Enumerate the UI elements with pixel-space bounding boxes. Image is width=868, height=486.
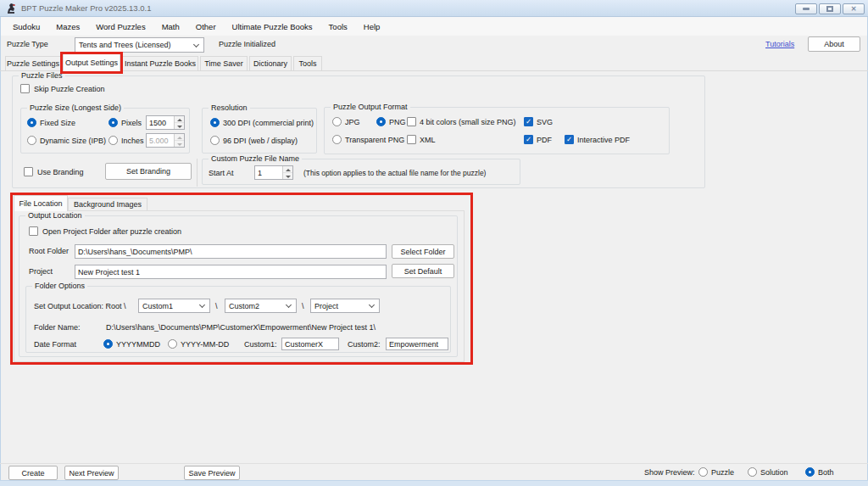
inches-radio[interactable] [108, 136, 118, 145]
fixed-size-radio[interactable] [27, 118, 36, 127]
chevron-down-icon [369, 302, 375, 308]
pixels-spinner[interactable] [174, 116, 184, 129]
date-format-yyyy-mm-dd-radio[interactable] [168, 339, 177, 349]
tab-output-settings[interactable]: Output Settings [63, 53, 120, 71]
jpg-label[interactable]: JPG [345, 118, 360, 126]
svg-label[interactable]: SVG [537, 118, 553, 126]
dpi-300-radio[interactable] [210, 118, 220, 127]
dynamic-size-label[interactable]: Dynamic Size (IPB) [40, 137, 106, 145]
preview-solution-radio[interactable] [748, 467, 757, 477]
spin-up-icon[interactable] [283, 166, 292, 173]
transparent-png-radio[interactable] [332, 135, 342, 144]
skip-puzzle-creation-label[interactable]: Skip Puzzle Creation [34, 85, 105, 93]
jpg-radio[interactable] [332, 117, 342, 126]
custom2-input[interactable] [386, 338, 448, 350]
preview-puzzle-radio[interactable] [698, 467, 708, 477]
custom1-folder-select[interactable]: Custom1 [138, 299, 210, 313]
date-format-yyyy-mm-dd-label[interactable]: YYYY-MM-DD [181, 340, 229, 349]
tab-dictionary[interactable]: Dictionary [249, 56, 292, 71]
close-button[interactable]: ✕ [843, 3, 865, 14]
menu-mazes[interactable]: Mazes [56, 22, 80, 31]
project-folder-select[interactable]: Project [310, 299, 380, 313]
tab-instant-puzzle-books[interactable]: Instant Puzzle Books [122, 56, 198, 71]
preview-both-radio[interactable] [805, 467, 815, 477]
dpi-96-radio[interactable] [210, 136, 220, 145]
dynamic-size-radio[interactable] [27, 136, 36, 145]
four-bit-checkbox[interactable] [407, 117, 416, 126]
four-bit-label[interactable]: 4 bit colors (small size PNG) [420, 118, 516, 126]
menu-word-puzzles[interactable]: Word Puzzles [96, 22, 145, 31]
puzzle-type-select[interactable]: Tents and Trees (Licensed) [75, 37, 204, 53]
skip-puzzle-creation-checkbox[interactable] [20, 84, 30, 93]
pixels-label[interactable]: Pixels [121, 119, 142, 127]
start-at-input[interactable] [255, 166, 282, 179]
tutorials-link[interactable]: Tutorials [765, 40, 794, 48]
use-branding-checkbox[interactable] [24, 167, 33, 176]
project-input[interactable] [75, 265, 387, 279]
pixels-value-input[interactable] [147, 116, 174, 129]
menu-sudoku[interactable]: Sudoku [13, 22, 40, 31]
start-at-stepper[interactable] [254, 165, 293, 180]
pdf-checkbox[interactable] [524, 135, 533, 144]
show-preview-label: Show Preview: [644, 468, 695, 477]
output-format-label: Puzzle Output Format [331, 103, 410, 111]
preview-both-label[interactable]: Both [818, 468, 834, 477]
resolution-label: Resolution [209, 103, 250, 112]
use-branding-label[interactable]: Use Branding [37, 168, 84, 176]
title-bar: BPT Puzzle Maker Pro v2025.13.0.1 ✕ [0, 0, 868, 17]
set-default-button[interactable]: Set Default [392, 264, 454, 278]
custom2-folder-select[interactable]: Custom2 [225, 299, 297, 313]
spin-down-icon[interactable] [283, 173, 292, 179]
menu-tools[interactable]: Tools [329, 22, 348, 31]
tab-puzzle-settings[interactable]: Puzzle Settings [5, 56, 61, 71]
about-button[interactable]: About [808, 36, 860, 52]
tab-time-saver[interactable]: Time Saver [200, 56, 248, 71]
menu-math[interactable]: Math [162, 22, 180, 31]
maximize-button[interactable] [819, 3, 841, 14]
custom-file-name-label: Custom Puzzle File Name [209, 154, 302, 163]
menu-bar: Sudoku Mazes Word Puzzles Math Other Ult… [1, 17, 867, 36]
tab-background-images[interactable]: Background Images [68, 198, 147, 211]
create-button[interactable]: Create [8, 466, 58, 480]
interactive-pdf-checkbox[interactable] [565, 135, 574, 144]
svg-checkbox[interactable] [524, 117, 533, 126]
interactive-pdf-label[interactable]: Interactive PDF [577, 136, 630, 144]
dpi-300-label[interactable]: 300 DPI (commercial print) [223, 119, 314, 127]
minimize-button[interactable] [795, 3, 817, 14]
project-label: Project [29, 267, 53, 276]
status-text: Puzzle Initialized [219, 40, 275, 48]
preview-puzzle-label[interactable]: Puzzle [711, 468, 734, 477]
xml-label[interactable]: XML [420, 136, 436, 144]
select-folder-button[interactable]: Select Folder [392, 244, 454, 259]
png-radio[interactable] [376, 117, 386, 126]
custom1-input[interactable] [281, 338, 339, 350]
png-label[interactable]: PNG [389, 118, 406, 126]
set-branding-button[interactable]: Set Branding [105, 163, 192, 180]
date-format-yyyymmdd-label[interactable]: YYYYMMDD [116, 340, 160, 349]
spin-down-icon [175, 141, 184, 147]
dpi-96-label[interactable]: 96 DPI (web / display) [223, 137, 298, 145]
spin-down-icon[interactable] [175, 123, 184, 129]
tab-file-location[interactable]: File Location [14, 195, 68, 211]
tab-tools[interactable]: Tools [293, 56, 322, 71]
pdf-label[interactable]: PDF [537, 136, 552, 144]
pixels-stepper[interactable] [146, 115, 185, 130]
next-preview-button[interactable]: Next Preview [64, 466, 119, 480]
set-output-location-label: Set Output Location: Root \ [34, 302, 126, 310]
root-folder-input[interactable] [75, 244, 387, 259]
preview-solution-label[interactable]: Solution [760, 468, 788, 477]
menu-other[interactable]: Other [196, 22, 216, 31]
start-at-spinner[interactable] [282, 166, 292, 179]
menu-ultimate-puzzle-books[interactable]: Ultimate Puzzle Books [232, 22, 313, 31]
transparent-png-label[interactable]: Transparent PNG [345, 136, 404, 144]
save-preview-button[interactable]: Save Preview [184, 466, 240, 480]
open-project-folder-label[interactable]: Open Project Folder after puzzle creatio… [42, 227, 181, 236]
xml-checkbox[interactable] [407, 135, 416, 144]
date-format-yyyymmdd-radio[interactable] [103, 339, 113, 349]
inches-label[interactable]: Inches [121, 137, 144, 145]
menu-help[interactable]: Help [364, 22, 381, 31]
spin-up-icon[interactable] [175, 116, 184, 123]
fixed-size-label[interactable]: Fixed Size [40, 119, 75, 127]
pixels-radio[interactable] [108, 118, 118, 127]
open-project-folder-checkbox[interactable] [29, 226, 38, 236]
